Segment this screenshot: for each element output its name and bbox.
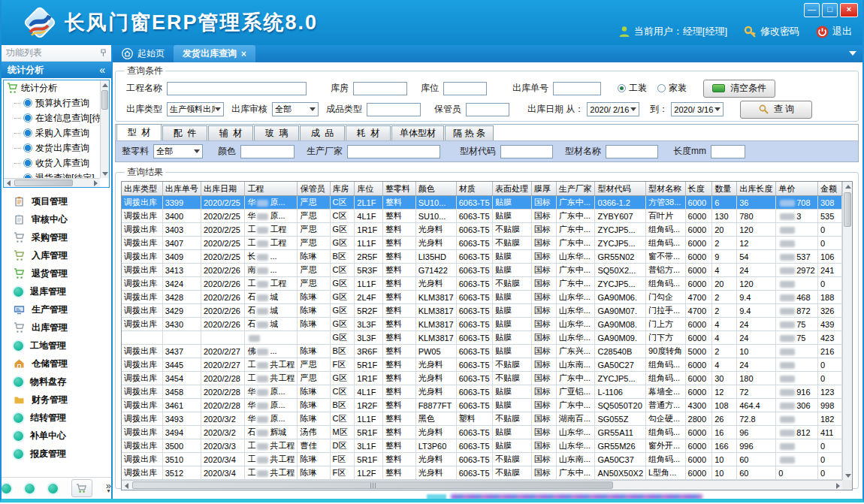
table-hscroll-thumb[interactable] [132, 481, 613, 489]
tree-item[interactable]: 采购入库查询 [4, 125, 100, 140]
table-row[interactable]: 调拨出库34092020/2/25长...陈琳B区2R5F整料LI35HD606… [122, 250, 842, 264]
module-dot-icon[interactable] [48, 484, 58, 493]
home-decor-radio[interactable] [657, 84, 666, 92]
table-row[interactable]: 调拨出库34612020/2/28华原...陈琳B区1R2F整料F8877FT6… [122, 399, 842, 412]
tree-root-statistics[interactable]: 统计分析 [4, 80, 100, 95]
length-input[interactable] [711, 145, 745, 158]
clear-conditions-button[interactable]: 清空条件 [703, 80, 775, 98]
sidebar-item-circle[interactable]: 物料盘存 [2, 373, 111, 391]
material-tab[interactable]: 成 品 [300, 125, 345, 140]
column-header[interactable]: 表面处理 [492, 182, 531, 196]
tab-overflow-icon[interactable] [849, 51, 856, 59]
column-header[interactable]: 出库长度 [737, 182, 776, 196]
location-input[interactable] [443, 82, 487, 95]
table-row[interactable]: G区3L3F整料KLM38176063-T5贴膜国标山东华...GA90M09.… [122, 331, 842, 345]
warehouse-input[interactable] [353, 82, 407, 95]
table-row[interactable]: 调拨出库34372020/2/27佛...陈琳B区3R6F整料PW056063-… [122, 345, 842, 358]
tree-item[interactable]: 收货入库查询 [4, 155, 100, 171]
profile-name-input[interactable] [606, 145, 658, 158]
sidebar-item-circle[interactable]: 工地管理 [2, 337, 111, 355]
audit-select[interactable]: 全部 [272, 102, 319, 116]
more-modules-button[interactable]: »▾ [106, 483, 111, 493]
sidebar-item-cart[interactable]: 出库管理 [2, 318, 111, 337]
sidebar-item-circle[interactable]: 结转管理 [2, 409, 111, 427]
tree-item[interactable]: 发货出库查询 [4, 140, 100, 155]
sidebar-item-clipboard[interactable]: 审核中心 [2, 210, 111, 228]
material-tab[interactable]: 单体型材 [391, 125, 444, 140]
module-dot-icon[interactable] [25, 484, 35, 493]
project-name-input[interactable] [167, 82, 307, 95]
material-tab[interactable]: 辅 材 [208, 125, 253, 140]
cart-module-button[interactable] [71, 479, 92, 497]
tree-item[interactable]: 退货查询[待定] [4, 171, 100, 178]
column-header[interactable]: 型材名称 [646, 182, 686, 196]
close-tab-icon[interactable]: × [241, 49, 246, 59]
order-no-input[interactable] [553, 82, 601, 95]
table-row[interactable]: 调拨出库34452020/2/27工共工程严思F区5R1F整料光身料6063-T… [122, 358, 842, 372]
column-header[interactable]: 库位 [355, 182, 383, 196]
pin-icon[interactable] [100, 49, 107, 57]
keeper-input[interactable] [466, 103, 509, 116]
table-row[interactable]: 调拨出库34582020/2/28华原...陈琳C区4L1F整料光身料6063-… [122, 385, 842, 399]
whole-piece-select[interactable]: 全部 [153, 144, 203, 158]
industrial-radio[interactable] [618, 84, 626, 92]
logout[interactable]: 退出 [816, 25, 852, 38]
column-header[interactable]: 型材代码 [595, 182, 646, 196]
column-header[interactable]: 保管员 [298, 182, 330, 196]
sidebar-item-clipboard[interactable]: 项目管理 [2, 192, 111, 210]
table-vscroll-thumb[interactable] [844, 192, 851, 227]
column-header[interactable]: 金额 [817, 182, 841, 196]
table-row[interactable]: 调拨出库34242020/2/26工工程严思G区1L1F整料光身料6063-T5… [122, 277, 842, 291]
table-horizontal-scrollbar[interactable] [122, 480, 842, 490]
sidebar-item-production[interactable]: 生产管理 [2, 300, 111, 318]
table-row[interactable]: 调拨出库34542020/2/28工共工程严思G区1R1F整料光身料6063-T… [122, 372, 842, 385]
scroll-down-icon[interactable] [101, 169, 110, 178]
column-header[interactable]: 膜厚 [531, 182, 556, 196]
collapse-icon[interactable]: « [99, 64, 105, 76]
outbound-type-select[interactable]: 生产领料出库 [167, 102, 224, 116]
column-header[interactable]: 出库类型 [122, 182, 162, 196]
column-header[interactable]: 库房 [330, 182, 355, 196]
scroll-up-icon[interactable] [101, 80, 110, 89]
table-row[interactable]: 调拨出库35002020/3/3工共工程曹佳D区3L1F整料LT3P606063… [122, 439, 842, 453]
scroll-down-icon[interactable] [843, 471, 853, 480]
material-tab[interactable]: 配 件 [162, 125, 207, 140]
scroll-up-icon[interactable] [843, 182, 853, 191]
table-row[interactable]: 调拨出库34932020/3/2华原...陈琳C区1L1F整料黑色塑料不贴膜国标… [122, 412, 842, 426]
maximize-button[interactable]: □ [822, 3, 838, 17]
tree-horizontal-scrollbar[interactable] [4, 178, 100, 187]
tree-item[interactable]: 在途信息查询[待 [4, 110, 100, 125]
table-row[interactable]: 调拨出库35122020/3/4工共工程陈琳F区1L2F整料光身料6063-T5… [122, 466, 842, 480]
tree-hscroll-thumb[interactable] [14, 180, 73, 186]
material-tab[interactable]: 隔 热 条 [445, 125, 494, 140]
minimize-button[interactable]: — [804, 3, 820, 17]
product-type-input[interactable] [367, 103, 421, 116]
table-row[interactable]: 调拨出库34002020/2/25华原...严思C区4L1F整料SU10...6… [122, 210, 842, 223]
tree-vscroll-thumb[interactable] [101, 90, 108, 110]
table-row[interactable]: 调拨出库34072020/2/25工工程严思G区1L1F整料光身料6063-T5… [122, 237, 842, 250]
scroll-right-icon[interactable] [91, 179, 100, 188]
manufacturer-input[interactable] [347, 145, 440, 158]
tab-shipment-outbound-query[interactable]: 发货出库查询 × [174, 45, 255, 62]
profile-code-input[interactable] [500, 145, 553, 158]
sidebar-item-cart[interactable]: 采购管理 [2, 228, 111, 246]
column-header[interactable]: 出库日期 [201, 182, 244, 196]
table-row[interactable]: 调拨出库34282020/2/26石城陈琳G区2L4F整料KLM38176063… [122, 291, 842, 304]
scroll-left-icon[interactable] [4, 179, 13, 188]
column-header[interactable]: 生产厂家 [556, 182, 595, 196]
close-button[interactable]: × [840, 3, 858, 17]
material-tab[interactable]: 耗 材 [346, 125, 391, 140]
material-tab[interactable]: 玻 璃 [254, 125, 299, 140]
scroll-right-icon[interactable] [833, 481, 842, 490]
column-header[interactable]: 出库单号 [162, 182, 201, 196]
date-to-picker[interactable]: 2020/ 3/16 [671, 102, 724, 116]
date-from-picker[interactable]: 2020/ 2/16 [587, 102, 639, 116]
change-password[interactable]: 修改密码 [744, 25, 799, 38]
table-row[interactable]: 调拨出库33992020/2/25华原...严思C区2L1F整料SU10...6… [122, 196, 842, 210]
table-row[interactable]: 调拨出库34942020/3/2石辉城汤伟M区5R1F整料光身料6063-T5贴… [122, 426, 842, 439]
table-row[interactable]: 调拨出库34132020/2/26南...严思C区5R3F整料G71422606… [122, 264, 842, 277]
column-header[interactable]: 长度 [685, 182, 712, 196]
column-header[interactable]: 整零料 [383, 182, 416, 196]
tree-item[interactable]: 预算执行查询 [4, 95, 100, 110]
tree-vertical-scrollbar[interactable] [100, 80, 109, 178]
